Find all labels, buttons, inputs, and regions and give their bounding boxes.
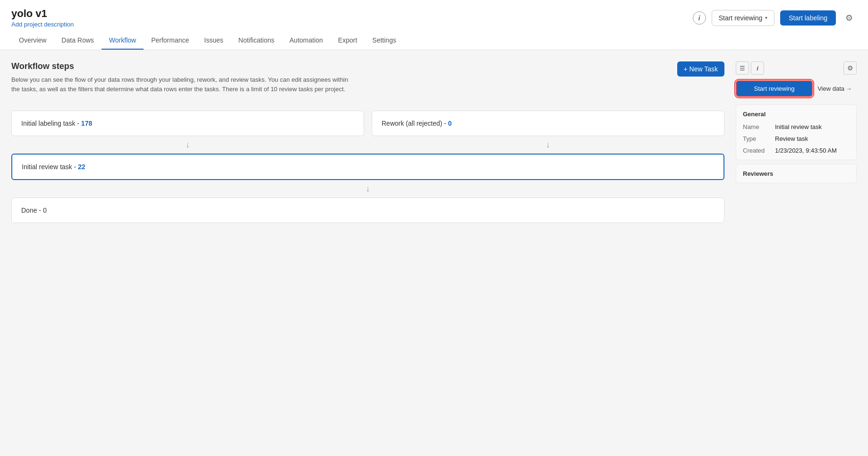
review-task-count: 22 — [78, 163, 85, 171]
header: yolo v1 Add project description i Start … — [0, 0, 868, 50]
tab-data-rows[interactable]: Data Rows — [54, 32, 101, 50]
panel-general-title: General — [743, 111, 850, 118]
labeling-task-card[interactable]: Initial labeling task - 178 — [11, 111, 364, 136]
info-icon[interactable]: i — [693, 11, 706, 25]
workflow-header-row: Workflow steps Below you can see the flo… — [11, 61, 724, 103]
rework-task-count: 0 — [448, 120, 452, 127]
header-top: yolo v1 Add project description i Start … — [11, 8, 857, 28]
rework-task-label: Rework (all rejected) - — [382, 120, 448, 127]
project-description[interactable]: Add project description — [11, 21, 74, 28]
tasks-area: Initial labeling task - 178 Rework (all … — [11, 111, 724, 223]
done-task-label: Done - — [21, 206, 43, 214]
new-task-button[interactable]: + New Task — [677, 61, 725, 77]
panel-general-section: General Name Initial review task Type Re… — [736, 104, 857, 160]
header-actions: i Start reviewing ▾ Start labeling ⚙ — [693, 10, 857, 26]
panel-settings-icon[interactable]: ⚙ — [843, 61, 857, 75]
review-task-label: Initial review task - — [22, 163, 78, 171]
workflow-description: Below you can see the flow of your data … — [11, 75, 351, 94]
type-field-label: Type — [743, 135, 771, 142]
panel-start-reviewing-button[interactable]: Start reviewing — [736, 80, 813, 97]
arrow-right-icon: → — [846, 86, 852, 92]
workflow-header: Workflow steps Below you can see the flo… — [11, 61, 351, 94]
name-field-value: Initial review task — [775, 123, 822, 130]
panel-list-icon[interactable]: ☰ — [736, 61, 749, 75]
tab-overview[interactable]: Overview — [11, 32, 54, 50]
tab-settings[interactable]: Settings — [365, 32, 404, 50]
labeling-task-count: 178 — [81, 120, 92, 127]
rework-task-card[interactable]: Rework (all rejected) - 0 — [372, 111, 724, 136]
panel-view-data-button[interactable]: View data → — [813, 81, 857, 96]
review-task-card[interactable]: Initial review task - 22 — [11, 154, 724, 180]
nav-tabs: Overview Data Rows Workflow Performance … — [11, 32, 857, 50]
main-content: Workflow steps Below you can see the flo… — [0, 50, 868, 445]
panel-field-name: Name Initial review task — [743, 123, 850, 130]
panel-field-type: Type Review task — [743, 135, 850, 142]
tab-performance[interactable]: Performance — [144, 32, 196, 50]
reviewers-section: Reviewers — [736, 164, 857, 183]
tasks-row-top: Initial labeling task - 178 Rework (all … — [11, 111, 724, 136]
arrow-down-left: ↓ — [11, 136, 364, 154]
start-reviewing-button[interactable]: Start reviewing ▾ — [712, 10, 775, 26]
workflow-title: Workflow steps — [11, 61, 351, 71]
panel-actions: Start reviewing View data → — [736, 80, 857, 97]
project-title: yolo v1 — [11, 8, 74, 20]
labeling-task-label: Initial labeling task - — [21, 120, 81, 127]
settings-icon[interactable]: ⚙ — [842, 10, 857, 26]
tab-automation[interactable]: Automation — [282, 32, 331, 50]
project-info: yolo v1 Add project description — [11, 8, 74, 28]
panel-toolbar: ☰ i ⚙ — [736, 61, 857, 75]
tab-notifications[interactable]: Notifications — [231, 32, 282, 50]
done-task-count: 0 — [43, 206, 47, 214]
panel-icons-left: ☰ i — [736, 61, 764, 75]
type-field-value: Review task — [775, 135, 808, 142]
arrows-row-top: ↓ ↓ — [11, 136, 724, 154]
chevron-down-icon: ▾ — [765, 15, 767, 20]
tab-export[interactable]: Export — [331, 32, 365, 50]
done-task-card[interactable]: Done - 0 — [11, 198, 724, 223]
tab-workflow[interactable]: Workflow — [102, 32, 144, 50]
content-left: Workflow steps Below you can see the flo… — [11, 61, 724, 433]
created-field-label: Created — [743, 147, 771, 154]
arrow-down-review: ↓ — [11, 180, 724, 198]
panel-field-created: Created 1/23/2023, 9:43:50 AM — [743, 147, 850, 154]
created-field-value: 1/23/2023, 9:43:50 AM — [775, 147, 837, 154]
name-field-label: Name — [743, 123, 771, 130]
reviewers-title: Reviewers — [743, 170, 850, 177]
panel-info-icon[interactable]: i — [751, 61, 764, 75]
right-panel: ☰ i ⚙ Start reviewing View data → Genera… — [736, 61, 857, 433]
tab-issues[interactable]: Issues — [196, 32, 230, 50]
arrow-down-right: ↓ — [372, 136, 724, 154]
start-labeling-button[interactable]: Start labeling — [780, 10, 836, 26]
